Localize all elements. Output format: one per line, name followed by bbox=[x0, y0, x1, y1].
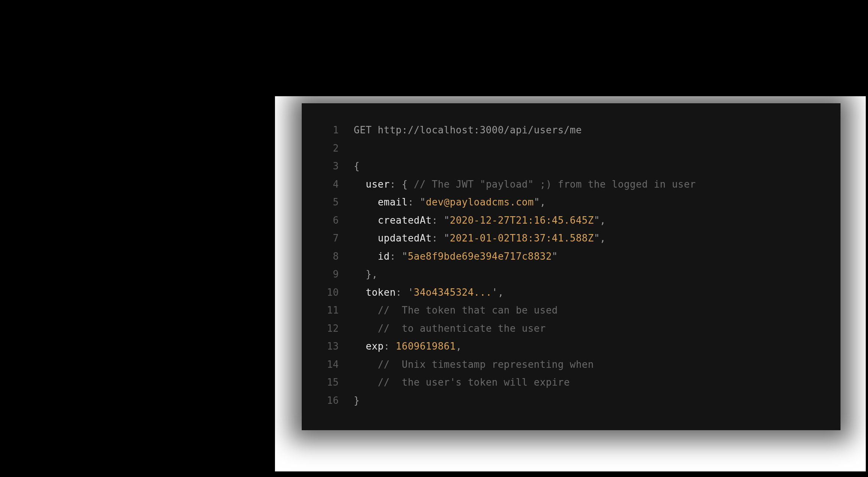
code-content: id: "5ae8f9bde69e394e717c8832" bbox=[354, 247, 558, 266]
code-token: 2020-12-27T21:16:45.645Z bbox=[450, 215, 594, 226]
code-token: 34o4345324... bbox=[414, 287, 492, 298]
code-token bbox=[354, 251, 378, 262]
code-token: : ' bbox=[396, 287, 414, 298]
code-content: email: "dev@payloadcms.com", bbox=[354, 193, 546, 211]
code-line: 15 // the user's token will expire bbox=[320, 373, 822, 392]
line-number: 12 bbox=[320, 319, 339, 338]
code-content: exp: 1609619861, bbox=[354, 337, 462, 356]
code-line: 8 id: "5ae8f9bde69e394e717c8832" bbox=[320, 247, 822, 266]
line-number: 1 bbox=[320, 121, 339, 139]
code-content: // The token that can be used bbox=[354, 301, 558, 319]
code-content: createdAt: "2020-12-27T21:16:45.645Z", bbox=[354, 211, 606, 230]
code-content: updatedAt: "2021-01-02T18:37:41.588Z", bbox=[354, 229, 606, 247]
code-token: : " bbox=[390, 251, 408, 262]
code-token: updatedAt bbox=[378, 233, 432, 244]
line-number: 15 bbox=[320, 373, 339, 392]
code-token: " bbox=[552, 251, 558, 262]
code-line: 4 user: { // The JWT "payload" ;) from t… bbox=[320, 175, 822, 194]
code-token: token bbox=[366, 287, 396, 298]
code-token bbox=[354, 287, 366, 298]
code-line: 1GET http://localhost:3000/api/users/me bbox=[320, 121, 822, 139]
code-line: 5 email: "dev@payloadcms.com", bbox=[320, 193, 822, 211]
code-content: }, bbox=[354, 265, 378, 283]
line-number: 3 bbox=[320, 157, 339, 175]
line-number: 7 bbox=[320, 229, 339, 247]
code-content: // to authenticate the user bbox=[354, 319, 546, 338]
code-line: 13 exp: 1609619861, bbox=[320, 337, 822, 356]
code-token: // The token that can be used bbox=[378, 305, 558, 316]
code-line: 7 updatedAt: "2021-01-02T18:37:41.588Z", bbox=[320, 229, 822, 247]
code-token: : bbox=[384, 341, 396, 352]
code-token bbox=[354, 215, 378, 226]
code-token: ", bbox=[534, 197, 546, 208]
code-token: : " bbox=[408, 197, 425, 208]
line-number: 2 bbox=[320, 139, 339, 158]
code-token bbox=[354, 341, 366, 352]
code-line: 12 // to authenticate the user bbox=[320, 319, 822, 338]
code-line: 2 bbox=[320, 139, 822, 158]
line-number: 13 bbox=[320, 337, 339, 356]
code-token bbox=[354, 233, 378, 244]
line-number: 14 bbox=[320, 356, 339, 374]
line-number: 5 bbox=[320, 193, 339, 211]
code-token: // The JWT "payload" ;) from the logged … bbox=[414, 179, 696, 190]
code-token bbox=[354, 377, 378, 388]
code-token bbox=[354, 179, 366, 190]
code-line: 9 }, bbox=[320, 265, 822, 283]
code-line: 10 token: '34o4345324...', bbox=[320, 283, 822, 302]
code-token: : " bbox=[432, 215, 450, 226]
code-token: } bbox=[354, 395, 360, 406]
code-token: : { bbox=[390, 179, 414, 190]
line-number: 10 bbox=[320, 283, 339, 302]
code-token: ", bbox=[594, 233, 606, 244]
code-token: 1609619861 bbox=[396, 341, 456, 352]
line-number: 6 bbox=[320, 211, 339, 230]
code-token: exp bbox=[366, 341, 383, 352]
code-token bbox=[354, 323, 378, 334]
line-number: 11 bbox=[320, 301, 339, 319]
code-content: // Unix timestamp representing when bbox=[354, 356, 594, 374]
code-token bbox=[354, 305, 378, 316]
code-token bbox=[354, 197, 378, 208]
line-number: 9 bbox=[320, 265, 339, 283]
code-line: 14 // Unix timestamp representing when bbox=[320, 356, 822, 374]
code-token: : " bbox=[432, 233, 450, 244]
code-content: user: { // The JWT "payload" ;) from the… bbox=[354, 175, 696, 194]
code-token: ', bbox=[492, 287, 504, 298]
code-content: } bbox=[354, 392, 360, 410]
code-token: { bbox=[354, 160, 360, 172]
code-token bbox=[354, 359, 378, 370]
code-token: GET http://localhost:3000/api/users/me bbox=[354, 124, 582, 136]
code-panel: 1GET http://localhost:3000/api/users/me2… bbox=[302, 103, 841, 430]
code-content: token: '34o4345324...', bbox=[354, 283, 504, 302]
code-line: 11 // The token that can be used bbox=[320, 301, 822, 319]
line-number: 4 bbox=[320, 175, 339, 194]
code-token: dev@payloadcms.com bbox=[426, 197, 534, 208]
code-token: , bbox=[456, 341, 462, 352]
code-token: createdAt bbox=[378, 215, 432, 226]
code-token: id bbox=[378, 251, 390, 262]
code-token: // the user's token will expire bbox=[378, 377, 570, 388]
code-line: 16} bbox=[320, 392, 822, 410]
code-token: 5ae8f9bde69e394e717c8832 bbox=[408, 251, 552, 262]
code-token: email bbox=[378, 197, 408, 208]
code-token: // to authenticate the user bbox=[378, 323, 546, 334]
code-line: 6 createdAt: "2020-12-27T21:16:45.645Z", bbox=[320, 211, 822, 230]
line-number: 8 bbox=[320, 247, 339, 266]
code-token bbox=[354, 269, 366, 280]
code-token: ", bbox=[594, 215, 606, 226]
line-number: 16 bbox=[320, 392, 339, 410]
code-token: user bbox=[366, 179, 390, 190]
code-token: // Unix timestamp representing when bbox=[378, 359, 594, 370]
code-content: GET http://localhost:3000/api/users/me bbox=[354, 121, 582, 139]
code-content: { bbox=[354, 157, 360, 175]
code-block: 1GET http://localhost:3000/api/users/me2… bbox=[320, 121, 822, 409]
code-token: }, bbox=[366, 269, 378, 280]
code-content: // the user's token will expire bbox=[354, 373, 570, 392]
code-token: 2021-01-02T18:37:41.588Z bbox=[450, 233, 594, 244]
code-line: 3{ bbox=[320, 157, 822, 175]
